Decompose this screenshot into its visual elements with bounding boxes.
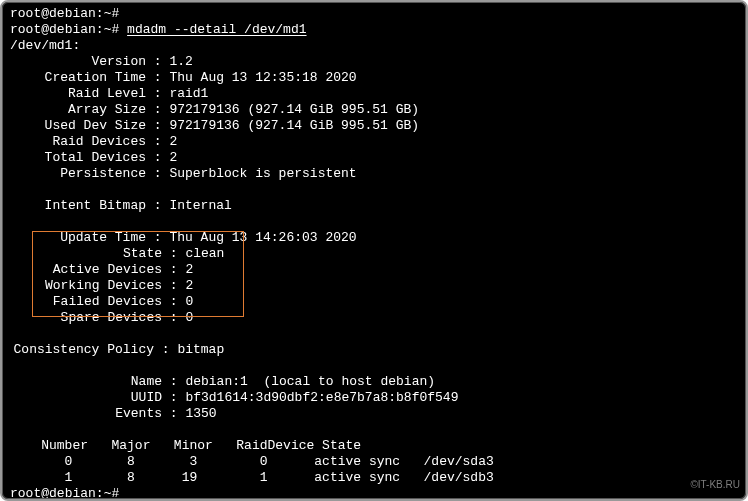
prompt-host: debian [49, 6, 96, 21]
prompt-user: root [10, 22, 41, 37]
hdr-minor: Minor [174, 438, 213, 453]
label-updatetime: Update Time [10, 230, 146, 246]
value-creationtime: Thu Aug 13 12:35:18 2020 [169, 70, 356, 85]
device-header: /dev/md1: [10, 38, 80, 53]
row-useddevsize: Used Dev Size : 972179136 (927.14 GiB 99… [10, 118, 419, 133]
value-uuid: bf3d1614:3d90dbf2:e8e7b7a8:b8f0f549 [185, 390, 458, 405]
cell-major: 8 [127, 470, 135, 485]
row-raidlevel: Raid Level : raid1 [10, 86, 208, 101]
row-workingdev: Working Devices : 2 [10, 278, 193, 293]
cell-state: active sync [314, 470, 400, 485]
label-totaldevices: Total Devices [10, 150, 146, 166]
value-activedev: 2 [185, 262, 193, 277]
value-state: clean [185, 246, 224, 261]
row-raiddevices: Raid Devices : 2 [10, 134, 177, 149]
prompt-line-3[interactable]: root@debian:~# [10, 486, 119, 501]
label-activedev: Active Devices [10, 262, 162, 278]
label-raiddevices: Raid Devices [10, 134, 146, 150]
cell-number: 1 [65, 470, 73, 485]
watermark-text: ©IT-KB.RU [690, 477, 740, 493]
value-updatetime: Thu Aug 13 14:26:03 2020 [169, 230, 356, 245]
label-consistency: Consistency Policy [10, 342, 154, 358]
cell-raiddev: 1 [260, 470, 268, 485]
row-uuid: UUID : bf3d1614:3d90dbf2:e8e7b7a8:b8f0f5… [10, 390, 458, 405]
prompt-line-1[interactable]: root@debian:~# [10, 6, 119, 21]
value-name: debian:1 (local to host debian) [185, 374, 435, 389]
value-workingdev: 2 [185, 278, 193, 293]
prompt-host: debian [49, 486, 96, 501]
command-text: mdadm --detail /dev/md1 [127, 22, 306, 37]
table-row: 0 8 3 0 active sync /dev/sda3 [10, 454, 494, 469]
label-version: Version [10, 54, 146, 70]
label-events: Events [10, 406, 162, 422]
hdr-major: Major [111, 438, 150, 453]
label-useddevsize: Used Dev Size [10, 118, 146, 134]
label-intentbitmap: Intent Bitmap [10, 198, 146, 214]
prompt-symbol: # [111, 6, 119, 21]
terminal-window[interactable]: root@debian:~# root@debian:~# mdadm --de… [0, 0, 748, 501]
cell-raiddev: 0 [260, 454, 268, 469]
prompt-user: root [10, 6, 41, 21]
row-state: State : clean [10, 246, 224, 261]
table-row: 1 8 19 1 active sync /dev/sdb3 [10, 470, 494, 485]
value-persistence: Superblock is persistent [169, 166, 356, 181]
value-sparedev: 0 [185, 310, 193, 325]
value-raiddevices: 2 [169, 134, 177, 149]
prompt-user: root [10, 486, 41, 501]
value-intentbitmap: Internal [169, 198, 231, 213]
label-persistence: Persistence [10, 166, 146, 182]
row-sparedev: Spare Devices : 0 [10, 310, 193, 325]
label-uuid: UUID [10, 390, 162, 406]
value-totaldevices: 2 [169, 150, 177, 165]
terminal-output[interactable]: root@debian:~# root@debian:~# mdadm --de… [10, 6, 738, 501]
cell-state: active sync [314, 454, 400, 469]
label-name: Name [10, 374, 162, 390]
row-creationtime: Creation Time : Thu Aug 13 12:35:18 2020 [10, 70, 357, 85]
value-arraysize: 972179136 (927.14 GiB 995.51 GB) [169, 102, 419, 117]
hdr-state: State [322, 438, 361, 453]
row-intentbitmap: Intent Bitmap : Internal [10, 198, 232, 213]
row-faileddev: Failed Devices : 0 [10, 294, 193, 309]
value-faileddev: 0 [185, 294, 193, 309]
value-raidlevel: raid1 [169, 86, 208, 101]
cell-minor: 3 [189, 454, 197, 469]
row-name: Name : debian:1 (local to host debian) [10, 374, 435, 389]
device-table-header: Number Major Minor RaidDevice State [10, 438, 361, 453]
label-creationtime: Creation Time [10, 70, 146, 86]
prompt-host: debian [49, 22, 96, 37]
prompt-line-2[interactable]: root@debian:~# mdadm --detail /dev/md1 [10, 22, 307, 37]
hdr-raiddev: RaidDevice [236, 438, 314, 453]
label-sparedev: Spare Devices [10, 310, 162, 326]
value-events: 1350 [185, 406, 216, 421]
row-updatetime: Update Time : Thu Aug 13 14:26:03 2020 [10, 230, 357, 245]
row-version: Version : 1.2 [10, 54, 193, 69]
label-state: State [10, 246, 162, 262]
row-totaldevices: Total Devices : 2 [10, 150, 177, 165]
cell-dev: /dev/sda3 [424, 454, 494, 469]
prompt-symbol: # [111, 22, 119, 37]
row-consistency: Consistency Policy : bitmap [10, 342, 224, 357]
value-consistency: bitmap [177, 342, 224, 357]
prompt-symbol: # [111, 486, 119, 501]
hdr-number: Number [41, 438, 88, 453]
value-version: 1.2 [169, 54, 192, 69]
cell-number: 0 [65, 454, 73, 469]
label-raidlevel: Raid Level [10, 86, 146, 102]
row-persistence: Persistence : Superblock is persistent [10, 166, 357, 181]
label-faileddev: Failed Devices [10, 294, 162, 310]
value-useddevsize: 972179136 (927.14 GiB 995.51 GB) [169, 118, 419, 133]
cell-dev: /dev/sdb3 [424, 470, 494, 485]
row-events: Events : 1350 [10, 406, 217, 421]
cell-minor: 19 [182, 470, 198, 485]
cell-major: 8 [127, 454, 135, 469]
label-arraysize: Array Size [10, 102, 146, 118]
row-arraysize: Array Size : 972179136 (927.14 GiB 995.5… [10, 102, 419, 117]
row-activedev: Active Devices : 2 [10, 262, 193, 277]
label-workingdev: Working Devices [10, 278, 162, 294]
